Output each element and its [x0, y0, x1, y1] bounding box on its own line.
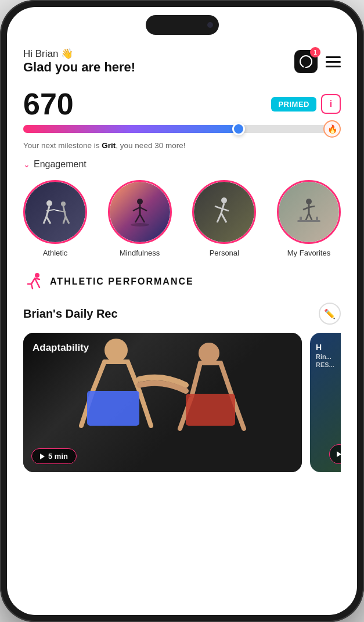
engagement-header[interactable]: ⌄ Engagement [23, 159, 341, 170]
play-icon [40, 454, 45, 459]
svg-line-20 [215, 206, 221, 208]
athletic-performance-section: ATHLETIC PERFORMANCE [23, 271, 341, 292]
card-duration[interactable]: 5 min [31, 448, 77, 464]
greeting-name: Hi Brian 👋 [23, 48, 135, 60]
info-badge[interactable]: i [321, 94, 341, 114]
milestone-bold: Grit [102, 141, 116, 150]
score-row: 670 PRIMED i [23, 89, 341, 119]
svg-rect-35 [87, 391, 139, 426]
svg-line-13 [133, 207, 140, 211]
hamburger-menu-icon[interactable] [326, 56, 341, 67]
athletic-performance-title: ATHLETIC PERFORMANCE [50, 276, 194, 287]
favorites-circle[interactable] [277, 180, 341, 244]
runner-icon [23, 271, 44, 292]
personal-bg [194, 182, 254, 242]
svg-line-9 [66, 217, 69, 224]
phone-screen: Hi Brian 👋 Glad you are here! 1 [7, 7, 357, 615]
cards-row: Adaptability 5 min H Rin... RES... [23, 333, 341, 472]
category-athletic[interactable]: Athletic [23, 180, 87, 257]
progress-container: 🔥 [23, 125, 341, 133]
mindfulness-bg [110, 182, 170, 242]
svg-point-0 [46, 200, 52, 206]
favorites-label: My Favorites [287, 249, 330, 257]
header: Hi Brian 👋 Glad you are here! 1 [23, 48, 341, 75]
svg-rect-37 [186, 394, 235, 426]
notification-icon-wrap[interactable]: 1 [294, 50, 318, 73]
athletic-label: Athletic [43, 249, 68, 257]
categories: Athletic [23, 180, 341, 257]
favorites-bg [279, 182, 339, 242]
small-play-icon [337, 451, 341, 457]
second-card-h: H [316, 342, 334, 353]
svg-line-15 [135, 214, 140, 222]
primed-badge[interactable]: PRIMED [271, 97, 316, 112]
svg-point-34 [104, 339, 128, 362]
athletic-bg [25, 182, 85, 242]
svg-point-33 [35, 273, 39, 278]
mindfulness-silhouette [122, 195, 157, 229]
pencil-icon: ✏️ [324, 308, 336, 319]
svg-point-18 [221, 197, 227, 203]
svg-rect-32 [316, 217, 318, 220]
hamburger-line-3 [326, 66, 341, 67]
svg-line-16 [140, 214, 145, 222]
personal-label: Personal [210, 249, 239, 257]
svg-rect-31 [300, 217, 302, 220]
svg-line-14 [140, 207, 147, 211]
milestone-suffix: , you need 30 more! [116, 141, 185, 150]
athletic-circle[interactable] [23, 180, 87, 244]
chevron-down-icon: ⌄ [23, 160, 30, 169]
milestone-text: Your next milestone is Grit, you need 30… [23, 141, 341, 150]
flame-icon: 🔥 [323, 120, 341, 138]
notification-badge: 1 [310, 47, 320, 57]
athletic-silhouette [38, 195, 73, 229]
greeting-sub: Glad you are here! [23, 60, 135, 75]
category-favorites[interactable]: My Favorites [277, 180, 341, 257]
hamburger-line-1 [326, 56, 341, 58]
mindfulness-circle[interactable] [108, 180, 172, 244]
favorites-silhouette [291, 195, 326, 229]
svg-line-10 [54, 210, 59, 211]
athletic-performance-icon [23, 271, 44, 292]
duration-text: 5 min [48, 452, 68, 461]
svg-point-24 [306, 199, 312, 204]
second-card-label: H Rin... RES... [316, 342, 334, 369]
svg-line-29 [309, 213, 312, 221]
second-card-line3: RES... [316, 361, 334, 369]
screen-content: Hi Brian 👋 Glad you are here! 1 [7, 7, 357, 615]
greeting-section: Hi Brian 👋 Glad you are here! [23, 48, 135, 75]
second-card-line2: Rin... [316, 353, 334, 361]
svg-line-22 [217, 213, 221, 222]
small-play-button[interactable] [329, 444, 341, 464]
score-badges: PRIMED i [271, 94, 341, 114]
dynamic-island [146, 15, 219, 35]
second-card[interactable]: H Rin... RES... [310, 333, 341, 472]
svg-point-5 [61, 202, 66, 206]
progress-fill [23, 125, 239, 133]
engagement-label: Engagement [34, 159, 87, 170]
svg-point-11 [137, 199, 143, 204]
adaptability-card[interactable]: Adaptability 5 min [23, 333, 302, 472]
category-personal[interactable]: Personal [192, 180, 256, 257]
progress-track: 🔥 [23, 125, 341, 133]
svg-line-28 [305, 213, 309, 221]
category-mindfulness[interactable]: Mindfulness [108, 180, 172, 257]
daily-rec-header: Brian's Daily Rec ✏️ [23, 303, 341, 325]
svg-point-36 [199, 343, 219, 364]
milestone-prefix: Your next milestone is [23, 141, 102, 150]
score-number: 670 [23, 89, 74, 119]
chat-icon [300, 55, 312, 68]
personal-circle[interactable] [192, 180, 256, 244]
svg-line-23 [221, 213, 226, 222]
edit-button[interactable]: ✏️ [319, 303, 341, 325]
camera-dot [207, 22, 213, 28]
personal-silhouette [207, 195, 242, 229]
svg-line-4 [46, 217, 51, 224]
daily-rec-title: Brian's Daily Rec [23, 307, 118, 321]
card-label: Adaptability [33, 342, 89, 354]
score-section: 670 PRIMED i 🔥 Your n [23, 89, 341, 150]
header-icons: 1 [294, 50, 341, 73]
progress-thumb [232, 123, 245, 135]
svg-point-17 [131, 223, 149, 226]
phone-frame: Hi Brian 👋 Glad you are here! 1 [0, 0, 364, 622]
